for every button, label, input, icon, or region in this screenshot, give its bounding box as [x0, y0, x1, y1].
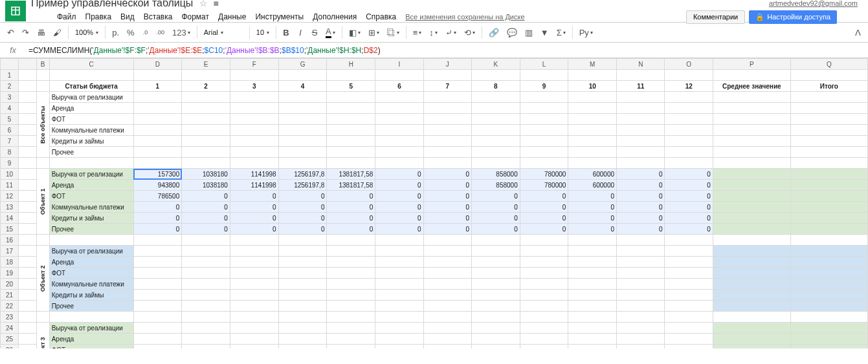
cell-P26[interactable]	[713, 345, 790, 349]
cell-F26[interactable]	[230, 345, 278, 349]
cell-O25[interactable]	[665, 334, 713, 345]
cell-L10[interactable]: 780000	[520, 169, 568, 180]
section-o3[interactable]: Объект 3	[36, 323, 49, 349]
h-align-button[interactable]: ≡	[410, 26, 425, 39]
cell-F23[interactable]	[230, 312, 278, 323]
cell-I24[interactable]	[375, 323, 423, 334]
cell-O7[interactable]	[665, 136, 713, 147]
cell-C22[interactable]: Прочее	[49, 301, 133, 312]
cell-H19[interactable]	[327, 268, 375, 279]
cell-M20[interactable]	[568, 279, 617, 290]
col-header-K[interactable]: K	[472, 59, 520, 70]
cell-L26[interactable]	[520, 345, 568, 349]
menu-format[interactable]: Формат	[181, 12, 209, 21]
cell-H22[interactable]	[327, 301, 375, 312]
cell-D1[interactable]	[133, 70, 182, 81]
cell-A17[interactable]	[18, 246, 36, 257]
cell-G26[interactable]	[278, 345, 327, 349]
cell-G11[interactable]: 1256197,8	[278, 180, 327, 191]
cell-C16[interactable]	[49, 235, 133, 246]
cell-N20[interactable]	[617, 279, 665, 290]
rotate-button[interactable]: ⟲	[461, 26, 478, 39]
cell-H14[interactable]: 0	[327, 213, 375, 224]
cell-Q14[interactable]	[790, 213, 867, 224]
cell-P7[interactable]	[713, 136, 790, 147]
row-header-12[interactable]: 12	[1, 191, 19, 202]
cell-F3[interactable]	[230, 92, 278, 103]
cell-E5[interactable]	[182, 114, 230, 125]
cell-M17[interactable]	[568, 246, 617, 257]
cell-A25[interactable]	[18, 334, 36, 345]
col-header-H[interactable]: H	[327, 59, 375, 70]
row-header-2[interactable]: 2	[1, 81, 19, 92]
cell-M10[interactable]: 600000	[568, 169, 617, 180]
cell-C15[interactable]: Прочее	[49, 224, 133, 235]
row-header-26[interactable]: 26	[1, 345, 19, 349]
cell-H3[interactable]	[327, 92, 375, 103]
cell-J26[interactable]	[423, 345, 471, 349]
col-header-N[interactable]: N	[617, 59, 665, 70]
menu-addons[interactable]: Дополнения	[313, 12, 357, 21]
cell-O15[interactable]: 0	[665, 224, 713, 235]
cell-N13[interactable]: 0	[617, 202, 665, 213]
collapse-toolbar-icon[interactable]: ᐱ	[851, 26, 864, 39]
cell-I3[interactable]	[375, 92, 423, 103]
cell-P17[interactable]	[713, 246, 790, 257]
cell-M18[interactable]	[568, 257, 617, 268]
cell-H1[interactable]	[327, 70, 375, 81]
link-button[interactable]: 🔗	[485, 26, 502, 39]
cell-M24[interactable]	[568, 323, 617, 334]
cell-N18[interactable]	[617, 257, 665, 268]
cell-N6[interactable]	[617, 125, 665, 136]
inc-decimal-button[interactable]: .00	[153, 27, 168, 37]
cell-L18[interactable]	[520, 257, 568, 268]
cell-J15[interactable]: 0	[423, 224, 471, 235]
row-header-11[interactable]: 11	[1, 180, 19, 191]
cell-J6[interactable]	[423, 125, 471, 136]
cell-E22[interactable]	[182, 301, 230, 312]
cell-M15[interactable]: 0	[568, 224, 617, 235]
strike-button[interactable]: S	[308, 26, 321, 39]
cell-L23[interactable]	[520, 312, 568, 323]
cell-P23[interactable]	[713, 312, 790, 323]
cell-N5[interactable]	[617, 114, 665, 125]
cell-D20[interactable]	[133, 279, 182, 290]
cell-H10[interactable]: 1381817,58	[327, 169, 375, 180]
cell-I9[interactable]	[375, 158, 423, 169]
cell-A2[interactable]	[18, 81, 36, 92]
cell-H18[interactable]	[327, 257, 375, 268]
col-header-B[interactable]: B	[36, 59, 49, 70]
cell-K25[interactable]	[472, 334, 520, 345]
cell-K3[interactable]	[472, 92, 520, 103]
cell-F20[interactable]	[230, 279, 278, 290]
cell-D26[interactable]	[133, 345, 182, 349]
cell-H8[interactable]	[327, 147, 375, 158]
cell-J24[interactable]	[423, 323, 471, 334]
sheets-logo[interactable]	[5, 1, 26, 21]
cell-E7[interactable]	[182, 136, 230, 147]
cell-H17[interactable]	[327, 246, 375, 257]
cell-H5[interactable]	[327, 114, 375, 125]
cell-L13[interactable]: 0	[520, 202, 568, 213]
bold-button[interactable]: B	[280, 26, 293, 39]
folder-icon[interactable]: ■	[213, 0, 218, 8]
cell-P13[interactable]	[713, 202, 790, 213]
cell-L25[interactable]	[520, 334, 568, 345]
cell-I13[interactable]: 0	[375, 202, 423, 213]
filter-button[interactable]: ▼	[537, 26, 552, 39]
cell-P15[interactable]	[713, 224, 790, 235]
cell-F14[interactable]: 0	[230, 213, 278, 224]
cell-A9[interactable]	[18, 158, 36, 169]
cell-J9[interactable]	[423, 158, 471, 169]
cell-I22[interactable]	[375, 301, 423, 312]
cell-Q7[interactable]	[790, 136, 867, 147]
cell-D5[interactable]	[133, 114, 182, 125]
cell-G3[interactable]	[278, 92, 327, 103]
cell-M4[interactable]	[568, 103, 617, 114]
cell-A3[interactable]	[18, 92, 36, 103]
cell-P24[interactable]	[713, 323, 790, 334]
row-header-13[interactable]: 13	[1, 202, 19, 213]
cell-P14[interactable]	[713, 213, 790, 224]
cell-I5[interactable]	[375, 114, 423, 125]
cell-Q26[interactable]	[790, 345, 867, 349]
